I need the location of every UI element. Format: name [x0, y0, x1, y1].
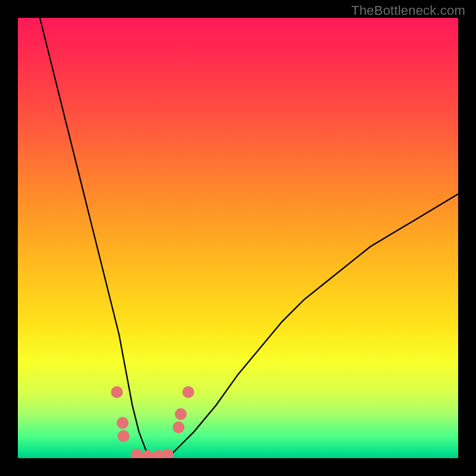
point-e — [142, 450, 154, 458]
point-c — [118, 430, 130, 442]
point-i — [175, 408, 187, 420]
point-j — [182, 386, 194, 398]
point-b — [117, 417, 129, 429]
point-a — [111, 386, 123, 398]
point-d — [131, 449, 143, 458]
chart-svg — [18, 18, 458, 458]
watermark-text: TheBottleneck.com — [351, 3, 465, 18]
chart-frame: TheBottleneck.com — [0, 0, 476, 476]
point-g — [162, 449, 174, 458]
bottleneck-curve — [40, 18, 458, 458]
point-h — [173, 421, 184, 433]
curve-markers — [111, 386, 195, 458]
